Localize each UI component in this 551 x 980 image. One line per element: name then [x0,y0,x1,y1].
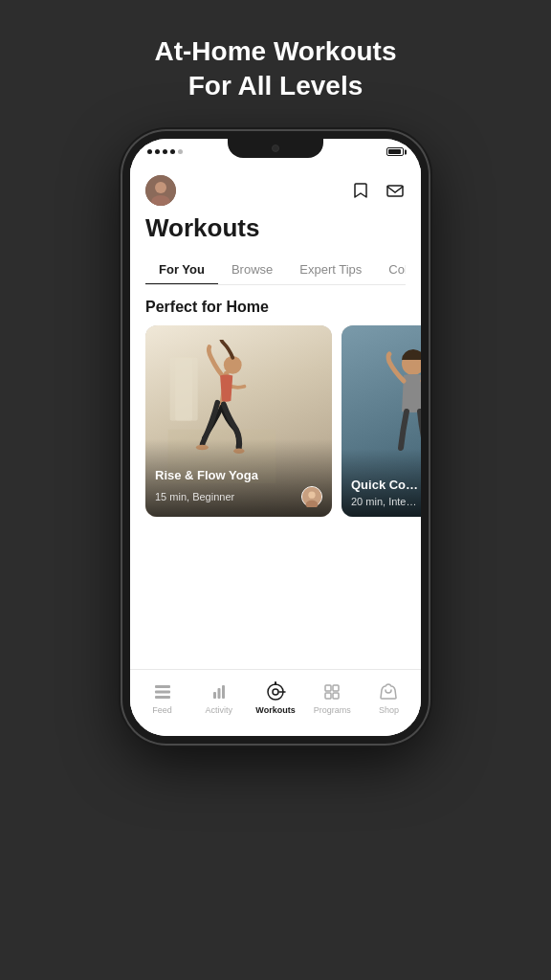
tab-collections[interactable]: Colle… [375,255,406,284]
mail-button[interactable] [385,180,406,201]
feed-icon [152,681,173,702]
tab-for-you[interactable]: For You [145,255,218,284]
svg-rect-26 [325,693,331,699]
bottom-navigation: Feed Activity [130,669,421,736]
svg-rect-9 [175,358,197,421]
nav-programs[interactable]: Programs [304,681,361,715]
phone-mockup: 9:40 AM [122,131,429,744]
programs-icon [321,681,342,702]
section-label: Perfect for Home [130,285,421,325]
app-header: Workouts For You Browse Expert Tips Coll… [130,166,421,285]
battery-indicator [386,147,404,156]
yoga-trainer-avatar [301,486,322,507]
svg-rect-3 [387,186,403,196]
svg-point-11 [308,491,315,498]
svg-rect-17 [213,692,216,699]
avatar[interactable] [145,175,176,206]
cardio-card-title: Quick Co… [351,478,421,492]
workout-cards-row: Rise & Flow Yoga 15 min, Beginner [130,325,421,517]
feed-label: Feed [152,705,172,715]
front-camera [272,145,279,152]
activity-icon [209,681,230,702]
signal-indicator [147,149,183,154]
cardio-card-meta: 20 min, Inte… [351,496,421,507]
yoga-card-overlay: Rise & Flow Yoga 15 min, Beginner [145,439,332,517]
workout-card-cardio[interactable]: Quick Co… 20 min, Inte… [342,325,421,517]
app-screen: Workouts For You Browse Expert Tips Coll… [130,166,421,736]
page-title: Workouts [145,213,406,243]
bookmark-button[interactable] [350,180,371,201]
header-icons-row [145,175,406,206]
tabs-row: For You Browse Expert Tips Colle… [145,255,406,285]
svg-rect-18 [217,688,220,699]
svg-rect-24 [325,685,331,691]
activity-label: Activity [206,705,233,715]
svg-rect-27 [333,693,339,699]
svg-point-21 [273,689,278,695]
cardio-card-meta-text: 20 min, Inte… [351,496,416,507]
tab-expert-tips[interactable]: Expert Tips [286,255,375,284]
workouts-label: Workouts [255,705,295,715]
nav-workouts[interactable]: Workouts [247,681,303,715]
header-actions [350,180,406,201]
svg-rect-25 [333,685,339,691]
programs-label: Programs [314,705,351,715]
phone-notch [228,139,323,158]
workout-card-yoga[interactable]: Rise & Flow Yoga 15 min, Beginner [145,325,332,517]
svg-rect-19 [222,685,225,699]
svg-rect-15 [155,690,170,693]
phone-screen: 9:40 AM [130,139,421,736]
shop-label: Shop [379,705,399,715]
svg-rect-14 [155,685,170,688]
shop-icon [378,681,399,702]
promo-title: At-Home Workouts For All Levels [154,34,396,104]
svg-rect-16 [155,696,170,699]
yoga-card-meta-text: 15 min, Beginner [155,491,234,502]
nav-feed[interactable]: Feed [134,681,190,715]
svg-point-1 [155,182,166,193]
yoga-card-title: Rise & Flow Yoga [155,468,322,482]
nav-activity[interactable]: Activity [190,681,247,715]
cardio-card-overlay: Quick Co… 20 min, Inte… [342,449,421,517]
nav-shop[interactable]: Shop [361,681,417,715]
yoga-card-meta: 15 min, Beginner [155,486,322,507]
workouts-icon [265,681,286,702]
tab-browse[interactable]: Browse [218,255,286,284]
